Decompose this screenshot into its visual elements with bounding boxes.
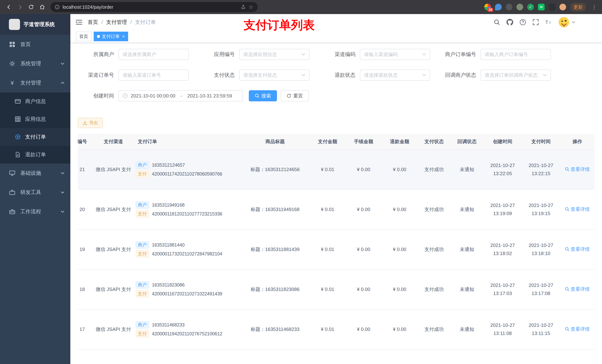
- tab-pay-order[interactable]: 支付订单 ×: [94, 32, 128, 41]
- extension-colorful-icon[interactable]: 10: [484, 4, 491, 10]
- github-icon[interactable]: [506, 19, 513, 26]
- search-icon[interactable]: [494, 19, 500, 26]
- filter-label: 退款状态: [319, 72, 360, 79]
- breadcrumb-home[interactable]: 首页: [88, 19, 98, 26]
- table-row: 17 微信 JSAPI 支付 商户1635311468233 支付4200001…: [78, 309, 595, 349]
- sidebar-item-home[interactable]: 首页: [0, 35, 70, 54]
- main-area: 首页 / 支付管理 / 支付订单 支付订单列表 TT: [70, 14, 602, 364]
- app-select[interactable]: 请选择应用信息: [239, 49, 310, 60]
- payment-submenu: 商户信息 应用信息 支付订单 退款订单: [0, 93, 70, 164]
- dashboard-icon: [9, 42, 15, 47]
- table-row: 21 微信 JSAPI 支付 商户1635312124657 支付4200001…: [78, 149, 595, 189]
- extension-pin-icon[interactable]: [549, 4, 555, 10]
- sidebar-item-infrastructure[interactable]: 基础设施: [0, 164, 70, 183]
- refund-status-select[interactable]: 请选择退款状态: [360, 70, 430, 81]
- filter-label: 回调商户状态: [440, 72, 481, 79]
- home-icon[interactable]: [37, 2, 47, 12]
- sidebar-item-app-info[interactable]: 应用信息: [0, 110, 70, 128]
- breadcrumb-pay[interactable]: 支付管理: [106, 19, 127, 26]
- view-detail-link[interactable]: 查看详情: [565, 326, 590, 332]
- briefcase-icon: [9, 189, 15, 195]
- magnifier-icon: [565, 207, 570, 211]
- breadcrumb-current: 支付订单: [135, 19, 156, 26]
- menu-fold-icon[interactable]: [70, 20, 88, 25]
- extension-chat-icon[interactable]: ✉: [538, 4, 545, 10]
- chevron-down-icon: [61, 62, 64, 65]
- extension-drop-icon[interactable]: [495, 4, 502, 10]
- close-tab-icon[interactable]: ×: [122, 34, 125, 39]
- merchant-order-no-input[interactable]: [481, 49, 551, 60]
- user-menu[interactable]: [558, 17, 575, 28]
- chevron-down-icon: [61, 210, 64, 213]
- grid-icon: [15, 116, 21, 122]
- sidebar-item-workflow[interactable]: 工作流程: [0, 202, 70, 221]
- sidebar-item-devtools[interactable]: 研发工具: [0, 183, 70, 202]
- merchant-tag: 商户: [136, 281, 149, 289]
- view-detail-link[interactable]: 查看详情: [565, 286, 590, 292]
- merchant-input[interactable]: [118, 49, 189, 60]
- view-detail-link[interactable]: 查看详情: [565, 206, 590, 213]
- export-button[interactable]: 导出: [78, 118, 103, 128]
- yen-icon: ¥: [9, 80, 15, 86]
- chevron-down-icon: [422, 74, 426, 76]
- tab-home[interactable]: 首页: [76, 32, 91, 41]
- merchant-tag: 商户: [136, 201, 149, 209]
- notify-status-select[interactable]: 请选择订单回调商户状态: [481, 70, 551, 81]
- merchant-tag: 商户: [136, 321, 149, 329]
- sidebar-item-refund-order[interactable]: 退款订单: [0, 146, 70, 164]
- filter-row-2: 渠道订单号 支付状态 请选择支付状态 退款状态 请选择退款状态: [78, 70, 595, 81]
- filter-label: 应用编号: [198, 51, 239, 58]
- filter-label: 渠道编码: [319, 51, 360, 58]
- address-bar[interactable]: localhost:1024/pay/order ☆: [50, 2, 258, 12]
- caret-down-icon: [572, 21, 575, 23]
- forward-icon[interactable]: [15, 2, 25, 12]
- view-detail-link[interactable]: 查看详情: [565, 166, 590, 173]
- chevron-up-icon: [61, 82, 64, 84]
- extension-gray-icon[interactable]: [516, 4, 523, 10]
- download-icon: [83, 120, 87, 125]
- back-icon[interactable]: [4, 2, 14, 12]
- bookmark-star-icon[interactable]: ☆: [249, 4, 253, 10]
- profile-avatar[interactable]: [559, 4, 566, 10]
- magnifier-icon: [565, 327, 570, 331]
- date-end-value: 2021-10-31 23:59:59: [187, 93, 232, 99]
- pay-tag: 支付: [136, 250, 149, 258]
- fullscreen-icon[interactable]: [532, 19, 539, 26]
- extension-dark-icon[interactable]: [506, 4, 512, 10]
- svg-text:T: T: [545, 20, 548, 25]
- extension-check-icon[interactable]: ✓: [527, 4, 534, 10]
- sidebar-item-pay-order[interactable]: 支付订单: [0, 128, 70, 146]
- table-row: 20 微信 JSAPI 支付 商户1635311949168 支付4200001…: [78, 189, 595, 229]
- filter-label: 渠道订单号: [78, 72, 118, 79]
- user-avatar: [558, 17, 570, 28]
- share-icon[interactable]: [241, 5, 246, 10]
- help-icon[interactable]: [519, 19, 526, 26]
- refresh-icon[interactable]: [26, 2, 36, 12]
- logo-avatar: [9, 19, 20, 30]
- pay-tag: 支付: [136, 210, 149, 218]
- top-navbar: 首页 / 支付管理 / 支付订单 支付订单列表 TT: [70, 14, 602, 30]
- create-time-range-picker[interactable]: 2021-10-01 00:00:00 - 2021-10-31 23:59:5…: [118, 90, 243, 101]
- browser-menu-icon[interactable]: ⋮: [590, 4, 598, 10]
- url-text: localhost:1024/pay/order: [63, 4, 113, 10]
- filter-row-3: 创建时间 2021-10-01 00:00:00 - 2021-10-31 23…: [78, 90, 595, 101]
- target-icon: [15, 134, 21, 140]
- site-info-icon[interactable]: [55, 5, 60, 10]
- view-detail-link[interactable]: 查看详情: [565, 246, 590, 252]
- sidebar-item-payment[interactable]: ¥ 支付管理: [0, 73, 70, 93]
- font-size-icon[interactable]: TT: [545, 19, 552, 26]
- channel-code-select[interactable]: 请输入渠道编码: [360, 49, 430, 60]
- browser-update-button[interactable]: 更新: [570, 3, 586, 11]
- search-button[interactable]: 搜索: [249, 90, 277, 101]
- filter-label: 商户订单编号: [440, 51, 481, 58]
- reset-button[interactable]: 重置: [281, 90, 309, 101]
- pay-status-select[interactable]: 请选择支付状态: [239, 70, 310, 81]
- sidebar-logo[interactable]: 芋道管理系统: [0, 14, 70, 35]
- filter-label: 支付状态: [198, 72, 239, 79]
- sidebar-item-merchant-info[interactable]: 商户信息: [0, 93, 70, 110]
- extensions-area: 10 ✓ ✉ 更新 ⋮: [484, 3, 598, 11]
- channel-order-no-input[interactable]: [118, 70, 189, 81]
- sidebar-item-system[interactable]: 系统管理: [0, 54, 70, 73]
- svg-text:T: T: [549, 21, 551, 24]
- table-header-row: 编号 支付渠道 支付订单 商品标题 支付金额 手续金额 退款金额 支付状态 回调…: [78, 134, 595, 149]
